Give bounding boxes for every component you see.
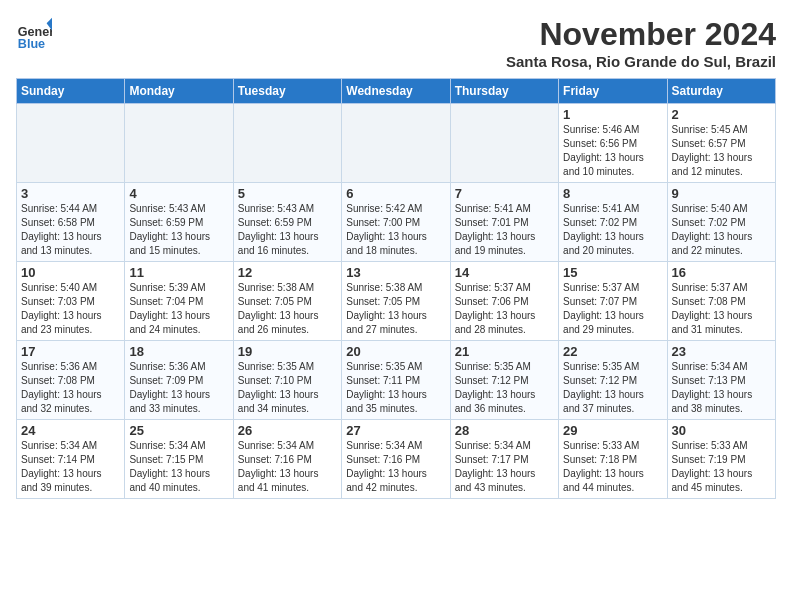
day-number: 3 (21, 186, 120, 201)
day-info: Sunrise: 5:34 AM Sunset: 7:14 PM Dayligh… (21, 439, 120, 495)
day-number: 6 (346, 186, 445, 201)
day-cell: 19Sunrise: 5:35 AM Sunset: 7:10 PM Dayli… (233, 341, 341, 420)
week-row-4: 17Sunrise: 5:36 AM Sunset: 7:08 PM Dayli… (17, 341, 776, 420)
day-cell: 12Sunrise: 5:38 AM Sunset: 7:05 PM Dayli… (233, 262, 341, 341)
day-info: Sunrise: 5:39 AM Sunset: 7:04 PM Dayligh… (129, 281, 228, 337)
day-cell: 24Sunrise: 5:34 AM Sunset: 7:14 PM Dayli… (17, 420, 125, 499)
day-cell: 27Sunrise: 5:34 AM Sunset: 7:16 PM Dayli… (342, 420, 450, 499)
calendar-title: November 2024 (506, 16, 776, 53)
weekday-monday: Monday (125, 79, 233, 104)
day-number: 7 (455, 186, 554, 201)
weekday-header-row: SundayMondayTuesdayWednesdayThursdayFrid… (17, 79, 776, 104)
day-number: 18 (129, 344, 228, 359)
day-number: 27 (346, 423, 445, 438)
day-cell: 15Sunrise: 5:37 AM Sunset: 7:07 PM Dayli… (559, 262, 667, 341)
day-cell: 20Sunrise: 5:35 AM Sunset: 7:11 PM Dayli… (342, 341, 450, 420)
day-info: Sunrise: 5:38 AM Sunset: 7:05 PM Dayligh… (238, 281, 337, 337)
weekday-saturday: Saturday (667, 79, 775, 104)
day-info: Sunrise: 5:40 AM Sunset: 7:02 PM Dayligh… (672, 202, 771, 258)
day-info: Sunrise: 5:35 AM Sunset: 7:11 PM Dayligh… (346, 360, 445, 416)
day-number: 19 (238, 344, 337, 359)
day-number: 1 (563, 107, 662, 122)
day-info: Sunrise: 5:34 AM Sunset: 7:17 PM Dayligh… (455, 439, 554, 495)
day-cell (450, 104, 558, 183)
weekday-tuesday: Tuesday (233, 79, 341, 104)
day-number: 11 (129, 265, 228, 280)
day-cell: 10Sunrise: 5:40 AM Sunset: 7:03 PM Dayli… (17, 262, 125, 341)
day-info: Sunrise: 5:34 AM Sunset: 7:15 PM Dayligh… (129, 439, 228, 495)
day-cell: 28Sunrise: 5:34 AM Sunset: 7:17 PM Dayli… (450, 420, 558, 499)
day-cell (125, 104, 233, 183)
day-number: 4 (129, 186, 228, 201)
day-number: 9 (672, 186, 771, 201)
day-number: 25 (129, 423, 228, 438)
day-info: Sunrise: 5:34 AM Sunset: 7:16 PM Dayligh… (238, 439, 337, 495)
day-cell: 5Sunrise: 5:43 AM Sunset: 6:59 PM Daylig… (233, 183, 341, 262)
day-number: 10 (21, 265, 120, 280)
day-info: Sunrise: 5:38 AM Sunset: 7:05 PM Dayligh… (346, 281, 445, 337)
week-row-5: 24Sunrise: 5:34 AM Sunset: 7:14 PM Dayli… (17, 420, 776, 499)
day-info: Sunrise: 5:46 AM Sunset: 6:56 PM Dayligh… (563, 123, 662, 179)
svg-text:Blue: Blue (18, 37, 45, 51)
page-header: General Blue November 2024 Santa Rosa, R… (16, 16, 776, 70)
day-cell: 6Sunrise: 5:42 AM Sunset: 7:00 PM Daylig… (342, 183, 450, 262)
day-info: Sunrise: 5:36 AM Sunset: 7:09 PM Dayligh… (129, 360, 228, 416)
day-number: 21 (455, 344, 554, 359)
day-number: 2 (672, 107, 771, 122)
day-number: 17 (21, 344, 120, 359)
day-number: 12 (238, 265, 337, 280)
day-cell: 13Sunrise: 5:38 AM Sunset: 7:05 PM Dayli… (342, 262, 450, 341)
day-cell (17, 104, 125, 183)
day-cell: 21Sunrise: 5:35 AM Sunset: 7:12 PM Dayli… (450, 341, 558, 420)
day-info: Sunrise: 5:40 AM Sunset: 7:03 PM Dayligh… (21, 281, 120, 337)
day-cell: 1Sunrise: 5:46 AM Sunset: 6:56 PM Daylig… (559, 104, 667, 183)
logo-icon: General Blue (16, 16, 52, 52)
day-info: Sunrise: 5:37 AM Sunset: 7:06 PM Dayligh… (455, 281, 554, 337)
day-cell: 29Sunrise: 5:33 AM Sunset: 7:18 PM Dayli… (559, 420, 667, 499)
day-info: Sunrise: 5:36 AM Sunset: 7:08 PM Dayligh… (21, 360, 120, 416)
day-cell: 23Sunrise: 5:34 AM Sunset: 7:13 PM Dayli… (667, 341, 775, 420)
day-number: 5 (238, 186, 337, 201)
day-number: 16 (672, 265, 771, 280)
weekday-thursday: Thursday (450, 79, 558, 104)
day-info: Sunrise: 5:35 AM Sunset: 7:10 PM Dayligh… (238, 360, 337, 416)
day-cell: 16Sunrise: 5:37 AM Sunset: 7:08 PM Dayli… (667, 262, 775, 341)
day-info: Sunrise: 5:43 AM Sunset: 6:59 PM Dayligh… (238, 202, 337, 258)
day-cell: 17Sunrise: 5:36 AM Sunset: 7:08 PM Dayli… (17, 341, 125, 420)
day-info: Sunrise: 5:33 AM Sunset: 7:18 PM Dayligh… (563, 439, 662, 495)
day-cell: 3Sunrise: 5:44 AM Sunset: 6:58 PM Daylig… (17, 183, 125, 262)
day-info: Sunrise: 5:35 AM Sunset: 7:12 PM Dayligh… (563, 360, 662, 416)
day-cell: 30Sunrise: 5:33 AM Sunset: 7:19 PM Dayli… (667, 420, 775, 499)
day-info: Sunrise: 5:41 AM Sunset: 7:01 PM Dayligh… (455, 202, 554, 258)
day-info: Sunrise: 5:45 AM Sunset: 6:57 PM Dayligh… (672, 123, 771, 179)
day-info: Sunrise: 5:34 AM Sunset: 7:16 PM Dayligh… (346, 439, 445, 495)
calendar-subtitle: Santa Rosa, Rio Grande do Sul, Brazil (506, 53, 776, 70)
day-cell (233, 104, 341, 183)
day-info: Sunrise: 5:33 AM Sunset: 7:19 PM Dayligh… (672, 439, 771, 495)
day-info: Sunrise: 5:42 AM Sunset: 7:00 PM Dayligh… (346, 202, 445, 258)
day-number: 20 (346, 344, 445, 359)
day-cell: 22Sunrise: 5:35 AM Sunset: 7:12 PM Dayli… (559, 341, 667, 420)
day-info: Sunrise: 5:41 AM Sunset: 7:02 PM Dayligh… (563, 202, 662, 258)
day-cell: 8Sunrise: 5:41 AM Sunset: 7:02 PM Daylig… (559, 183, 667, 262)
day-number: 14 (455, 265, 554, 280)
day-number: 13 (346, 265, 445, 280)
weekday-sunday: Sunday (17, 79, 125, 104)
day-info: Sunrise: 5:35 AM Sunset: 7:12 PM Dayligh… (455, 360, 554, 416)
day-cell: 26Sunrise: 5:34 AM Sunset: 7:16 PM Dayli… (233, 420, 341, 499)
day-number: 15 (563, 265, 662, 280)
day-info: Sunrise: 5:34 AM Sunset: 7:13 PM Dayligh… (672, 360, 771, 416)
week-row-3: 10Sunrise: 5:40 AM Sunset: 7:03 PM Dayli… (17, 262, 776, 341)
day-number: 28 (455, 423, 554, 438)
day-cell: 2Sunrise: 5:45 AM Sunset: 6:57 PM Daylig… (667, 104, 775, 183)
day-cell: 4Sunrise: 5:43 AM Sunset: 6:59 PM Daylig… (125, 183, 233, 262)
day-cell: 14Sunrise: 5:37 AM Sunset: 7:06 PM Dayli… (450, 262, 558, 341)
day-number: 29 (563, 423, 662, 438)
day-number: 26 (238, 423, 337, 438)
day-cell: 25Sunrise: 5:34 AM Sunset: 7:15 PM Dayli… (125, 420, 233, 499)
day-cell: 7Sunrise: 5:41 AM Sunset: 7:01 PM Daylig… (450, 183, 558, 262)
day-number: 24 (21, 423, 120, 438)
weekday-friday: Friday (559, 79, 667, 104)
day-number: 23 (672, 344, 771, 359)
day-info: Sunrise: 5:37 AM Sunset: 7:07 PM Dayligh… (563, 281, 662, 337)
